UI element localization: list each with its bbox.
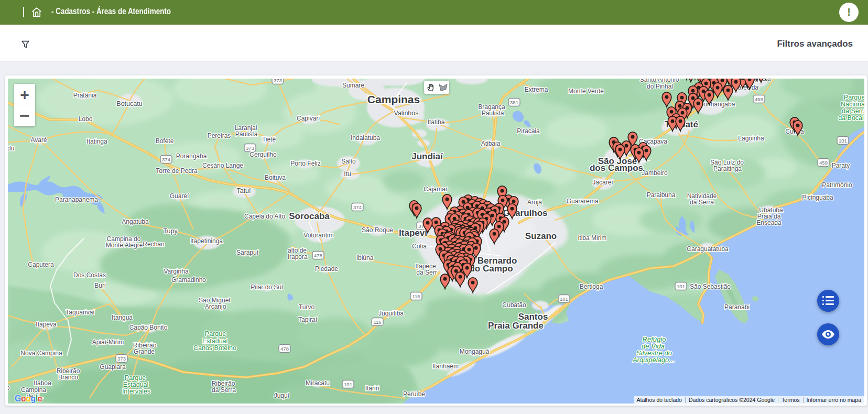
svg-text:Cerquilho: Cerquilho — [249, 151, 277, 158]
svg-text:Itu: Itu — [344, 170, 351, 178]
svg-text:Pereiras: Pereiras — [208, 132, 231, 139]
svg-text:Apiaí-Mirim: Apiaí-Mirim — [92, 339, 124, 346]
svg-text:Itapevi: Itapevi — [399, 228, 427, 238]
svg-text:Caraguatatuba: Caraguatatuba — [687, 245, 729, 253]
svg-text:Itariri: Itariri — [365, 385, 379, 392]
svg-text:Lagoinha: Lagoinha — [738, 135, 764, 142]
svg-text:Rechan: Rechan — [143, 241, 164, 248]
svg-text:Porto Feliz: Porto Feliz — [290, 160, 320, 167]
svg-text:Tietê: Tietê — [262, 136, 276, 143]
svg-text:Paraibuna: Paraibuna — [647, 191, 676, 199]
svg-text:Parque: Parque — [844, 94, 864, 101]
svg-text:Parque: Parque — [125, 374, 146, 382]
svg-text:Monte Verde: Monte Verde — [568, 88, 604, 95]
svg-text:Cajamar: Cajamar — [424, 186, 447, 193]
svg-text:Paraty: Paraty — [832, 162, 850, 169]
svg-text:Carlos Botelho: Carlos Botelho — [193, 344, 236, 352]
svg-text:Branco: Branco — [58, 374, 78, 381]
svg-text:Monte Alegre: Monte Alegre — [106, 242, 143, 249]
svg-text:373: 373 — [246, 145, 254, 151]
svg-text:116: 116 — [373, 319, 381, 325]
svg-text:374: 374 — [353, 204, 362, 210]
svg-text:itiba Mirim: itiba Mirim — [578, 234, 607, 242]
svg-text:374: 374 — [162, 157, 170, 162]
svg-text:da Serra: da Serra — [212, 386, 236, 394]
svg-text:Turvo: Turvo — [299, 303, 315, 311]
svg-text:Pratânia: Pratânia — [73, 92, 97, 99]
svg-text:Sorocaba: Sorocaba — [289, 211, 330, 221]
svg-text:Nova Campina: Nova Campina — [20, 350, 62, 357]
svg-text:Naciona: Naciona — [841, 101, 864, 108]
svg-text:Paulista: Paulista — [482, 110, 504, 117]
svg-text:Salto: Salto — [341, 158, 356, 165]
svg-text:Itatiba: Itatiba — [428, 118, 445, 126]
svg-text:Itaboa: Itaboa — [34, 379, 51, 387]
svg-text:do Pinhal: do Pinhal — [647, 83, 673, 90]
svg-text:Varginha: Varginha — [164, 268, 188, 275]
svg-text:São Sebastião: São Sebastião — [690, 283, 731, 290]
svg-text:116: 116 — [412, 293, 420, 299]
svg-text:Arquipélago...: Arquipélago... — [632, 356, 675, 364]
svg-text:Tatuí: Tatuí — [236, 187, 251, 194]
svg-text:Intervales: Intervales — [122, 388, 150, 395]
svg-text:Bofete: Bofete — [156, 137, 174, 145]
svg-text:Itapeva: Itapeva — [36, 321, 57, 328]
svg-text:Gramadinho: Gramadinho — [171, 276, 206, 284]
svg-text:Patrimônio: Patrimônio — [822, 181, 852, 189]
svg-text:Botucatu: Botucatu — [116, 100, 142, 107]
svg-text:Tapiraí: Tapiraí — [298, 316, 318, 323]
svg-text:Porangaba: Porangaba — [176, 152, 207, 160]
svg-text:Parque: Parque — [205, 330, 226, 337]
svg-text:101: 101 — [560, 296, 568, 302]
svg-text:Picinguaba: Picinguaba — [802, 194, 833, 201]
svg-text:Juqui: Juqui — [274, 392, 289, 399]
svg-text:101: 101 — [839, 138, 847, 144]
svg-text:Arujá: Arujá — [527, 199, 542, 206]
svg-text:Itapetininga: Itapetininga — [190, 237, 223, 245]
svg-text:da Serra: da Serra — [690, 199, 714, 206]
svg-text:irapora: irapora — [288, 253, 308, 260]
svg-text:Suzano: Suzano — [525, 231, 557, 241]
svg-text:Piracaia: Piracaia — [517, 127, 540, 135]
svg-text:Miracatu: Miracatu — [306, 379, 330, 387]
svg-text:Arcanjo: Arcanjo — [205, 303, 226, 310]
svg-text:Praia Grande: Praia Grande — [488, 321, 544, 331]
svg-text:Itatinga: Itatinga — [86, 138, 107, 145]
svg-text:Paulista: Paulista — [235, 130, 258, 138]
svg-text:Taquarivaí: Taquarivaí — [66, 309, 95, 316]
svg-text:101: 101 — [677, 284, 685, 289]
svg-text:Ibiúna: Ibiúna — [356, 254, 374, 262]
svg-text:Pilar do Sul: Pilar do Sul — [251, 284, 283, 291]
svg-text:Cubatão: Cubatão — [502, 301, 526, 309]
svg-text:Itanguá: Itanguá — [112, 314, 133, 321]
svg-text:Enseada: Enseada — [756, 219, 782, 226]
svg-text:Jacareí: Jacareí — [592, 179, 613, 186]
svg-text:478: 478 — [280, 346, 289, 352]
svg-text:Bertioga: Bertioga — [580, 283, 603, 290]
svg-text:Capivari: Capivari — [297, 115, 320, 122]
svg-text:Mongaguá: Mongaguá — [460, 348, 490, 355]
svg-text:459: 459 — [819, 160, 828, 166]
svg-text:Paraitinga: Paraitinga — [713, 165, 742, 172]
svg-text:Lobo: Lobo — [79, 115, 93, 123]
svg-text:Campinas: Campinas — [367, 93, 420, 105]
svg-text:Sumaré: Sumaré — [342, 82, 364, 89]
svg-text:Piedade: Piedade — [315, 265, 338, 273]
svg-text:Juquitiba: Juquitiba — [378, 310, 404, 317]
svg-text:Indaiatuba: Indaiatuba — [351, 134, 380, 141]
svg-text:Guareí: Guareí — [170, 192, 189, 200]
svg-text:Sarapuí: Sarapuí — [236, 249, 259, 256]
svg-text:Peruíbe: Peruíbe — [403, 390, 425, 398]
svg-text:da Serra: da Serra — [842, 107, 864, 115]
svg-text:373: 373 — [117, 356, 126, 362]
svg-text:Capão Bonito: Capão Bonito — [129, 324, 168, 331]
svg-text:Valinhos: Valinhos — [394, 110, 418, 117]
svg-text:Guapiara: Guapiara — [100, 363, 126, 371]
svg-text:Boituva: Boituva — [265, 174, 286, 181]
svg-text:Paranabi: Paranabi — [724, 303, 750, 311]
svg-text:381: 381 — [510, 100, 518, 105]
svg-text:Votorantim: Votorantim — [303, 232, 333, 239]
svg-text:da Bocain: da Bocain — [838, 114, 864, 122]
svg-text:so: so — [8, 384, 10, 391]
svg-text:Guararema: Guararema — [567, 198, 599, 205]
